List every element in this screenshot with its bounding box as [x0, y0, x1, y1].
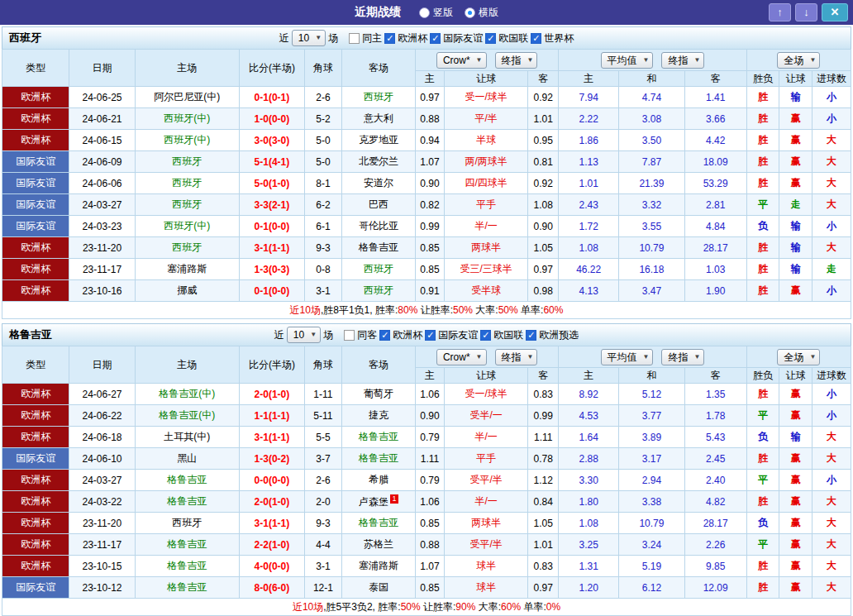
handicap-result-cell: 赢: [779, 470, 812, 491]
away-team: 意大利: [341, 108, 415, 130]
comp-label-nations[interactable]: 欧国联: [493, 328, 523, 342]
goals-result-cell: 大: [812, 130, 851, 151]
col-avg-away: 客: [684, 368, 746, 384]
comp-checkbox-worldcup[interactable]: [531, 33, 541, 44]
scroll-down-button[interactable]: ↓: [795, 3, 817, 21]
comp-label-nations[interactable]: 欧国联: [498, 31, 528, 45]
chevron-down-icon: ▼: [476, 55, 483, 66]
home-odds: 0.85: [416, 513, 445, 534]
handicap-result-cell: 输: [779, 259, 812, 280]
avg-draw-odds: 10.79: [619, 513, 684, 534]
avg-draw-odds: 10.79: [619, 237, 684, 259]
avg-draw-odds: 5.19: [619, 556, 684, 577]
away-team: 泰国: [341, 577, 415, 599]
avg-draw-odds: 3.47: [619, 280, 684, 302]
recent-count-select[interactable]: 10▼: [287, 327, 321, 343]
handicap-cell: 受半球: [444, 280, 528, 302]
avg-away-odds: 1.35: [684, 384, 746, 405]
radio-vertical[interactable]: 竖版: [419, 6, 453, 20]
match-row: 欧洲杯23-11-17塞浦路斯1-3(0-3)0-8西班牙0.85受三/三球半0…: [2, 259, 851, 280]
avg-stage-select[interactable]: 终指▼: [661, 52, 704, 69]
matches-table-georgia: 类型 日期 主场 比分(半场) 角球 客场 Crow*▼ 终指▼: [2, 346, 851, 616]
type-cell: 欧洲杯: [2, 237, 69, 259]
comp-label-worldcup[interactable]: 世界杯: [544, 31, 574, 45]
home-odds: 0.88: [416, 534, 445, 556]
score-cell: 5-1(4-1): [239, 151, 304, 173]
comp-checkbox-euro[interactable]: [379, 330, 390, 341]
score-cell: 0-1(0-1): [239, 87, 304, 108]
corners-cell: 4-4: [305, 534, 342, 556]
avg-away-odds: 4.82: [684, 491, 746, 513]
comp-checkbox-euro[interactable]: [384, 33, 395, 44]
type-cell: 欧洲杯: [2, 87, 69, 108]
comp-label-friendly[interactable]: 国际友谊: [443, 31, 483, 45]
type-cell: 欧洲杯: [2, 427, 69, 448]
comp-label-euro[interactable]: 欧洲杯: [398, 31, 427, 45]
bookmaker-select[interactable]: Crow*▼: [436, 349, 487, 365]
comp-label-euroqual[interactable]: 欧洲预选: [539, 328, 579, 342]
same-venue-label[interactable]: 同主: [362, 31, 382, 45]
same-venue-checkbox[interactable]: [349, 33, 360, 44]
date-cell: 23-10-15: [69, 556, 135, 577]
same-venue-checkbox[interactable]: [344, 330, 355, 341]
away-odds: 1.01: [528, 534, 559, 556]
comp-checkbox-nations[interactable]: [485, 33, 496, 44]
col-away: 客场: [341, 346, 415, 384]
comp-checkbox-euroqual[interactable]: [526, 330, 536, 341]
odds-stage-select[interactable]: 终指▼: [495, 349, 538, 365]
goals-result-cell: 小: [812, 108, 851, 130]
comp-label-friendly[interactable]: 国际友谊: [438, 328, 478, 342]
match-row: 国际友谊24-03-23西班牙(中)0-1(0-0)6-1哥伦比亚0.99半/一…: [2, 216, 851, 237]
summary-segment: 60%: [501, 601, 521, 613]
radio-vertical-label[interactable]: 竖版: [433, 6, 453, 20]
avg-away-odds: 3.66: [684, 108, 746, 130]
radio-horizontal-label[interactable]: 横版: [479, 6, 498, 20]
comp-label-euro[interactable]: 欧洲杯: [393, 328, 422, 342]
match-row: 欧洲杯24-06-27格鲁吉亚(中)2-0(1-0)1-11葡萄牙1.06受一/…: [2, 384, 851, 405]
match-row: 欧洲杯24-03-27格鲁吉亚0-0(0-0)2-6希腊0.79受平/半1.12…: [2, 470, 851, 491]
result-cell: 胜: [746, 384, 779, 405]
handicap-result-cell: 赢: [779, 577, 812, 599]
home-team: 西班牙: [135, 237, 239, 259]
table-head: 类型 日期 主场 比分(半场) 角球 客场 Crow*▼ 终指▼: [2, 50, 851, 87]
score-cell: 5-0(1-0): [239, 173, 304, 194]
comp-checkbox-nations[interactable]: [480, 330, 491, 341]
comp-checkbox-friendly[interactable]: [430, 33, 441, 44]
date-cell: 24-06-21: [69, 108, 135, 130]
avg-draw-odds: 3.08: [619, 108, 684, 130]
type-cell: 欧洲杯: [2, 130, 69, 151]
goals-result-cell: 大: [812, 194, 851, 216]
type-cell: 欧洲杯: [2, 280, 69, 302]
scroll-up-button[interactable]: ↑: [769, 3, 791, 21]
chevron-down-icon: ▼: [809, 351, 816, 363]
handicap-cell: 平手: [444, 194, 528, 216]
scope-select[interactable]: 全场▼: [777, 52, 820, 69]
corners-cell: 5-0: [305, 130, 342, 151]
recent-count-select[interactable]: 10▼: [292, 30, 326, 46]
radio-horizontal-circle[interactable]: [465, 7, 475, 18]
avg-stage-select[interactable]: 终指▼: [661, 349, 704, 365]
average-select[interactable]: 平均值▼: [601, 349, 654, 365]
radio-horizontal[interactable]: 横版: [465, 6, 498, 20]
avg-home-odds: 1.01: [559, 173, 619, 194]
avg-away-odds: 2.45: [684, 448, 746, 470]
score-cell: 2-2(1-0): [239, 534, 304, 556]
average-select[interactable]: 平均值▼: [601, 52, 654, 69]
date-cell: 24-06-10: [69, 448, 135, 470]
average-select-value: 平均值: [608, 55, 637, 66]
radio-vertical-circle[interactable]: [419, 7, 430, 18]
close-button[interactable]: ✕: [822, 3, 848, 21]
bookmaker-select[interactable]: Crow*▼: [436, 52, 487, 69]
summary-segment: 0%: [546, 601, 560, 613]
comp-checkbox-friendly[interactable]: [425, 330, 436, 341]
scope-select[interactable]: 全场▼: [777, 349, 820, 365]
match-row: 欧洲杯23-11-20西班牙3-1(1-1)9-3格鲁吉亚0.85两球半1.05…: [2, 237, 851, 259]
handicap-result-cell: 输: [779, 427, 812, 448]
home-team: 西班牙: [135, 194, 239, 216]
team-section-georgia: 格鲁吉亚 近 10▼ 场 同客 欧洲杯 国际友谊 欧国联 欧洲预选: [2, 323, 851, 616]
col-goals: 进球数: [812, 368, 851, 384]
date-cell: 24-06-22: [69, 405, 135, 427]
odds-stage-select[interactable]: 终指▼: [495, 52, 538, 69]
same-venue-label[interactable]: 同客: [357, 328, 377, 342]
avg-home-odds: 3.25: [559, 534, 619, 556]
